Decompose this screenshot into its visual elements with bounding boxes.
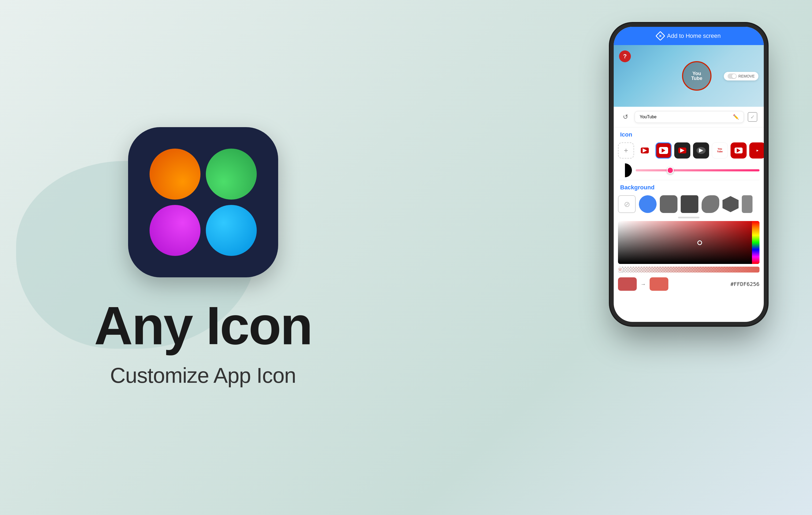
bg-shape-rounded-square[interactable] <box>660 195 677 213</box>
remove-toggle[interactable] <box>728 74 737 79</box>
app-name-value: YouTube <box>640 114 657 119</box>
clover-tl <box>149 148 200 199</box>
yt-icon-rect-1 <box>641 147 649 154</box>
bg-shapes-row: ⊘ <box>614 193 764 215</box>
background-section-label: Background <box>614 180 764 193</box>
subtitle: Customize App Icon <box>110 363 296 388</box>
no-bg-icon: ⊘ <box>618 195 636 213</box>
yt-play-4 <box>699 148 703 153</box>
right-section: Add to Home screen ? You Tube REMOVE <box>442 13 790 502</box>
yt-icon-rect-6 <box>734 147 743 154</box>
squircle-bg <box>702 195 719 213</box>
phone-mockup: Add to Home screen ? You Tube REMOVE <box>614 27 764 322</box>
circle-bg <box>639 195 657 213</box>
yt-text-7: ▶ <box>756 150 758 152</box>
phone-preview: ? You Tube REMOVE <box>614 45 764 107</box>
slider-thumb <box>667 167 674 174</box>
bg-shape-none[interactable]: ⊘ <box>618 195 636 213</box>
color-gradient <box>618 221 759 264</box>
main-title: Any Icon <box>94 299 312 352</box>
yt-play-6 <box>737 148 741 153</box>
yt-icon-inner-4 <box>696 147 705 154</box>
partial-bg <box>742 195 753 213</box>
bg-shape-partial[interactable] <box>742 195 753 213</box>
color-swatch-old <box>618 277 637 291</box>
clover-br <box>206 205 257 256</box>
icon-item-7[interactable]: ▶ <box>749 142 764 159</box>
color-swatch-new <box>649 277 668 291</box>
color-picker-dot <box>697 240 702 245</box>
bw-circle <box>618 163 632 177</box>
alpha-slider[interactable] <box>618 267 759 273</box>
yt-play-1 <box>643 148 647 153</box>
bg-shape-hex[interactable] <box>723 196 738 212</box>
yt-icon-rect-3 <box>678 147 686 154</box>
clover-bl <box>149 205 200 256</box>
left-section: Any Icon Customize App Icon <box>0 0 406 515</box>
remove-label: REMOVE <box>738 74 755 78</box>
rounded-square-bg <box>660 195 677 213</box>
bg-shape-circle[interactable] <box>639 195 657 213</box>
bg-shape-dark-square[interactable] <box>681 195 698 213</box>
bg-shape-squircle[interactable] <box>702 195 719 213</box>
color-preview-row: → <box>614 275 764 294</box>
app-icon <box>128 127 278 277</box>
icon-intensity-slider[interactable] <box>636 169 759 171</box>
name-row: ↺ YouTube ✏️ ✓ <box>614 107 764 128</box>
icon-row: + <box>614 140 764 161</box>
question-mark-btn[interactable]: ? <box>619 50 631 62</box>
scroll-indicator <box>678 217 699 218</box>
add-icon-btn[interactable]: + <box>618 142 634 159</box>
clover-tr <box>206 148 257 199</box>
icon-item-3[interactable] <box>674 142 690 159</box>
alpha-overlay <box>618 267 759 273</box>
dark-square-bg <box>681 195 698 213</box>
yt-play-2 <box>662 148 665 153</box>
arrow-icon: → <box>640 281 646 287</box>
yt-play-3 <box>680 148 685 153</box>
icon-item-1[interactable] <box>637 142 653 159</box>
remove-btn[interactable]: REMOVE <box>724 72 758 80</box>
phone-header: Add to Home screen <box>614 27 764 45</box>
yt-logo: You Tube <box>691 71 702 81</box>
icon-item-5[interactable]: YouTube <box>712 142 728 159</box>
check-btn[interactable]: ✓ <box>748 112 757 122</box>
yt-text-5: YouTube <box>717 148 723 153</box>
add-to-home-label: Add to Home screen <box>667 32 721 39</box>
icon-item-4[interactable] <box>693 142 709 159</box>
clover-icon <box>149 148 257 256</box>
hex-color-input[interactable] <box>672 281 759 287</box>
hex-bg <box>723 196 738 212</box>
icon-item-2[interactable] <box>656 142 672 159</box>
color-picker[interactable] <box>618 221 759 264</box>
icon-item-6[interactable] <box>730 142 747 159</box>
preview-icon-circle: You Tube <box>682 61 712 91</box>
edit-icon: ✏️ <box>733 114 739 120</box>
rainbow-strip[interactable] <box>752 221 759 264</box>
refresh-btn[interactable]: ↺ <box>620 112 631 122</box>
color-slider-row <box>614 161 764 180</box>
yt-icon-inner-2 <box>659 147 668 154</box>
name-pill[interactable]: YouTube ✏️ <box>635 111 744 123</box>
icon-section-label: Icon <box>614 128 764 140</box>
